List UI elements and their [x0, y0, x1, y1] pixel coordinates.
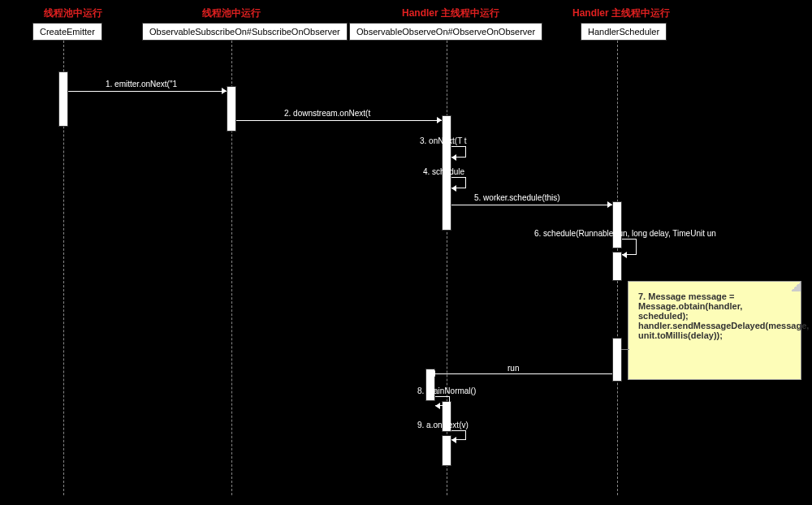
msg-6-label: 6. schedule(Runnable run, long delay, Ti… [534, 229, 716, 238]
activation-handler-1 [612, 201, 622, 248]
lifeline-observe-on-observer: ObservableObserveOn#ObserveOnObserver [349, 23, 542, 41]
activation-emitter [58, 71, 68, 127]
msg-1-label: 1. emitter.onNext("1 [106, 80, 177, 88]
lifeline-handler-scheduler: HandlerScheduler [581, 23, 667, 41]
note-message-code: 7. Message message = Message.obtain(hand… [628, 281, 801, 380]
lifeline-subscribe-on-observer: ObservableSubscribeOn#SubscribeOnObserve… [142, 23, 348, 41]
msg-4-label: 4. schedule [423, 167, 464, 176]
msg-1-arrow [68, 91, 227, 92]
msg-2-label: 2. downstream.onNext(t [284, 109, 370, 118]
note-line-4: unit.toMillis(delay)); [638, 330, 791, 340]
header-handler-main-1: Handler 主线程中运行 [398, 6, 503, 20]
activation-handler-2 [612, 252, 622, 281]
msg-3-head [451, 154, 456, 161]
header-handler-main-2: Handler 主线程中运行 [568, 6, 674, 20]
msg-7-arrow [435, 373, 612, 374]
msg-8-head [435, 403, 440, 409]
msg-5-head [607, 201, 612, 208]
msg-2-arrow [236, 120, 442, 121]
note-line-2: Message.obtain(handler, scheduled); [638, 301, 791, 321]
msg-5-label: 5. worker.schedule(this) [474, 193, 560, 202]
msg-7-head [430, 370, 435, 377]
msg-9-label: 9. a.onNext(v) [417, 421, 469, 429]
msg-8-label: 8. drainNormal() [417, 386, 476, 395]
msg-6-head [622, 252, 627, 258]
msg-2-head [437, 117, 442, 123]
activation-subscribe [227, 86, 236, 132]
msg-3-label: 3. onNext(T t [420, 136, 467, 145]
note-connector [621, 349, 629, 350]
msg-5-arrow [451, 205, 612, 205]
header-threadpool-1: 线程池中运行 [41, 6, 106, 20]
lifeline-create-emitter: CreateEmitter [32, 23, 102, 41]
msg-7-label: run [508, 364, 519, 373]
activation-handler-3 [612, 338, 622, 382]
msg-9-head [451, 437, 456, 443]
note-line-3: handler.sendMessageDelayed(message, [638, 321, 791, 330]
msg-1-head [222, 88, 227, 94]
msg-4-head [451, 185, 456, 192]
activation-observe-onnext [442, 435, 451, 466]
header-threadpool-2: 线程池中运行 [199, 6, 264, 20]
note-line-1: 7. Message message = [638, 291, 791, 301]
